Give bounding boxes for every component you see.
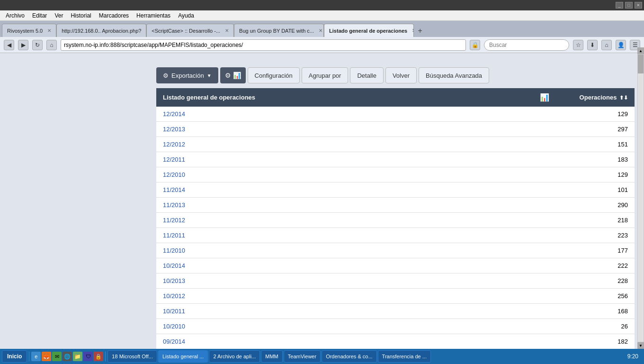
date-link[interactable]: 10/2011 bbox=[163, 308, 185, 315]
tab-scriptcase[interactable]: <ScriptCase> :: Desarrollo -... ✕ bbox=[146, 24, 234, 37]
date-link[interactable]: 11/2011 bbox=[163, 232, 185, 239]
date-cell[interactable]: 12/2010 bbox=[156, 167, 530, 182]
config-button[interactable]: Configuración bbox=[248, 67, 300, 83]
scroll-track[interactable] bbox=[638, 55, 644, 342]
date-cell[interactable]: 12/2012 bbox=[156, 137, 530, 152]
detail-button[interactable]: Detalle bbox=[350, 67, 383, 83]
refresh-button[interactable]: ↻ bbox=[32, 40, 43, 50]
tab-bug[interactable]: Bug un Group BY DATE with c... ✕ bbox=[234, 24, 324, 37]
menu-herramientas[interactable]: Herramientas bbox=[133, 11, 174, 20]
export-button[interactable]: ⚙ Exportación ▼ bbox=[156, 67, 218, 83]
col-chart-header[interactable]: 📊 bbox=[530, 88, 559, 107]
tab-close-icon[interactable]: ✕ bbox=[225, 28, 229, 33]
date-cell[interactable]: 12/2011 bbox=[156, 152, 530, 167]
tab-close-icon[interactable]: ✕ bbox=[47, 28, 51, 33]
chart-cell bbox=[530, 167, 559, 182]
forward-button[interactable]: ▶ bbox=[18, 40, 28, 50]
value-cell: 290 bbox=[559, 198, 635, 213]
stats-icon: ⚙ bbox=[225, 72, 231, 79]
menu-ver[interactable]: Ver bbox=[51, 11, 67, 20]
date-link[interactable]: 10/2013 bbox=[163, 277, 185, 284]
toolbar: ⚙ Exportación ▼ ⚙ 📊 Configuración Agrupa… bbox=[137, 63, 644, 88]
value-cell: 129 bbox=[559, 107, 635, 122]
tab-aprobacion[interactable]: http://192.168.0.. Aprobacion.php? ✕ bbox=[56, 24, 146, 37]
dropdown-arrow-icon: ▼ bbox=[207, 73, 212, 78]
date-cell[interactable]: 11/2011 bbox=[156, 228, 530, 243]
operations-table: Listado general de operaciones 📊 Operaci… bbox=[156, 88, 635, 349]
date-link[interactable]: 10/2014 bbox=[163, 262, 185, 269]
date-link[interactable]: 09/2014 bbox=[163, 338, 185, 345]
date-link[interactable]: 12/2011 bbox=[163, 156, 185, 163]
date-link[interactable]: 11/2012 bbox=[163, 217, 185, 224]
date-cell[interactable]: 10/2011 bbox=[156, 304, 530, 319]
new-tab-button[interactable]: + bbox=[414, 25, 426, 37]
menu-historial[interactable]: Historial bbox=[67, 11, 95, 20]
chart-cell bbox=[530, 122, 559, 137]
menu-marcadores[interactable]: Marcadores bbox=[95, 11, 133, 20]
tab-close-icon[interactable]: ✕ bbox=[319, 28, 322, 33]
value-cell: 182 bbox=[559, 334, 635, 349]
date-link[interactable]: 11/2014 bbox=[163, 186, 185, 193]
tab-label: Bug un Group BY DATE with c... bbox=[239, 28, 314, 34]
date-link[interactable]: 10/2010 bbox=[163, 323, 185, 330]
group-button[interactable]: Agrupar por bbox=[302, 67, 349, 83]
table-row: 12/2011 183 bbox=[156, 152, 635, 167]
date-cell[interactable]: 11/2014 bbox=[156, 182, 530, 198]
tab-label: Listado general de operaciones bbox=[329, 28, 407, 34]
value-cell: 297 bbox=[559, 122, 635, 137]
ssl-icon: 🔒 bbox=[470, 40, 480, 50]
date-link[interactable]: 12/2014 bbox=[163, 110, 185, 118]
tab-rivosystem[interactable]: Rivosystem 5.0 ✕ bbox=[2, 24, 56, 37]
value-cell: 223 bbox=[559, 228, 635, 243]
date-cell[interactable]: 12/2014 bbox=[156, 107, 530, 122]
back-button[interactable]: ◀ bbox=[4, 40, 14, 50]
menu-ayuda[interactable]: Ayuda bbox=[174, 11, 198, 20]
table-row: 11/2012 218 bbox=[156, 213, 635, 228]
tab-label: <ScriptCase> :: Desarrollo -... bbox=[152, 28, 220, 34]
tab-close-icon[interactable]: ✕ bbox=[412, 28, 414, 33]
home-button[interactable]: ⌂ bbox=[46, 40, 57, 50]
minimize-button[interactable]: _ bbox=[616, 2, 623, 9]
scroll-down-button[interactable]: ▼ bbox=[637, 342, 644, 349]
date-cell[interactable]: 11/2010 bbox=[156, 243, 530, 258]
sort-icon: ⬆⬇ bbox=[619, 95, 628, 100]
menu-bar: Archivo Editar Ver Historial Marcadores … bbox=[0, 10, 644, 21]
scrollbar-right[interactable]: ▲ ▼ bbox=[637, 47, 644, 349]
menu-editar[interactable]: Editar bbox=[28, 11, 51, 20]
close-button[interactable]: ✕ bbox=[635, 2, 642, 9]
search-input[interactable] bbox=[484, 39, 569, 51]
date-link[interactable]: 12/2013 bbox=[163, 126, 185, 133]
bookmark-icon[interactable]: ☆ bbox=[573, 40, 583, 50]
chart-button[interactable]: ⚙ 📊 bbox=[220, 67, 246, 83]
date-link[interactable]: 11/2013 bbox=[163, 201, 185, 209]
download-icon[interactable]: ⬇ bbox=[587, 40, 598, 50]
chart-cell bbox=[530, 273, 559, 289]
date-link[interactable]: 12/2010 bbox=[163, 171, 185, 178]
col-operaciones-header[interactable]: Operaciones ⬆⬇ bbox=[559, 88, 635, 107]
tab-label: http://192.168.0.. Aprobacion.php? bbox=[62, 28, 141, 34]
date-cell[interactable]: 12/2013 bbox=[156, 122, 530, 137]
sync-icon[interactable]: 👤 bbox=[616, 40, 626, 50]
date-cell[interactable]: 10/2010 bbox=[156, 319, 530, 334]
date-cell[interactable]: 11/2012 bbox=[156, 213, 530, 228]
date-link[interactable]: 12/2012 bbox=[163, 141, 185, 148]
date-link[interactable]: 10/2012 bbox=[163, 292, 185, 300]
date-cell[interactable]: 09/2014 bbox=[156, 334, 530, 349]
tab-listado[interactable]: Listado general de operaciones ✕ bbox=[324, 24, 414, 37]
restore-button[interactable]: □ bbox=[625, 2, 633, 9]
date-cell[interactable]: 10/2013 bbox=[156, 273, 530, 289]
address-input[interactable] bbox=[61, 39, 466, 51]
home-nav-icon[interactable]: ⌂ bbox=[601, 40, 612, 50]
value-cell: 222 bbox=[559, 258, 635, 273]
scroll-up-button[interactable]: ▲ bbox=[637, 47, 644, 54]
advanced-search-button[interactable]: Búsqueda Avanzada bbox=[419, 67, 489, 83]
scroll-thumb[interactable] bbox=[638, 55, 644, 73]
tabs-bar: Rivosystem 5.0 ✕ http://192.168.0.. Apro… bbox=[0, 21, 644, 37]
date-cell[interactable]: 10/2012 bbox=[156, 289, 530, 304]
menu-archivo[interactable]: Archivo bbox=[2, 11, 28, 20]
date-link[interactable]: 11/2010 bbox=[163, 247, 185, 254]
date-cell[interactable]: 11/2013 bbox=[156, 198, 530, 213]
date-cell[interactable]: 10/2014 bbox=[156, 258, 530, 273]
back-button[interactable]: Volver bbox=[385, 67, 417, 83]
table-row: 12/2012 151 bbox=[156, 137, 635, 152]
